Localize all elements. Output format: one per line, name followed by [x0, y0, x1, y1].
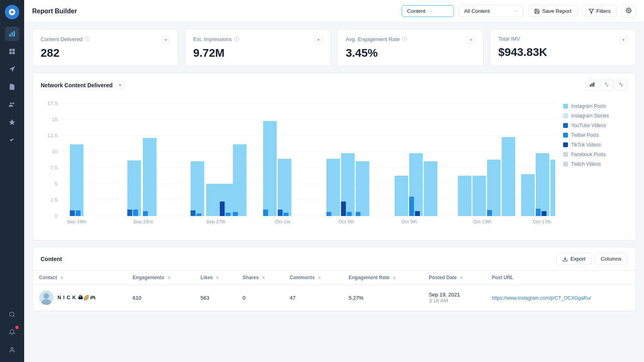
svg-rect-7 [12, 52, 15, 54]
content-type-dropdown[interactable]: Content [402, 5, 454, 17]
sidebar-item-contacts[interactable] [5, 97, 19, 112]
svg-text:2.5: 2.5 [50, 197, 58, 203]
bar [127, 160, 141, 216]
content-delivered-dropdown[interactable]: ▾ [162, 36, 170, 44]
cell-shares: 0 [236, 285, 283, 311]
columns-button[interactable]: Columns [595, 253, 627, 265]
all-content-dropdown[interactable]: All Content [459, 5, 523, 17]
bar [542, 211, 547, 216]
chart-bars: 17.5 15 12.5 10 7.5 5 2.5 0 [41, 95, 557, 234]
bar-chart-button[interactable] [586, 80, 599, 90]
sidebar-item-notifications[interactable] [5, 325, 19, 339]
sidebar-item-favorites[interactable] [5, 115, 19, 130]
col-engagement-rate: Engagement Rate ⇅ [342, 271, 422, 285]
bar [233, 212, 238, 216]
est-impressions-info-icon[interactable]: ⓘ [234, 36, 239, 43]
bar [458, 176, 471, 216]
avg-engagement-dropdown[interactable]: ▾ [467, 36, 475, 44]
legend-color-youtube-videos [563, 123, 568, 128]
svg-rect-16 [593, 82, 594, 87]
sidebar-item-analytics[interactable] [5, 27, 19, 41]
est-impressions-dropdown[interactable]: ▾ [314, 36, 322, 44]
bar [356, 161, 369, 216]
post-link[interactable]: https://www.instagram.com/p/CT_OCXGgaRu/ [492, 295, 591, 301]
bar [191, 161, 204, 216]
bar [326, 159, 340, 216]
legend-facebook-posts: Facebook Posts [563, 152, 627, 157]
svg-text:Sep 19th: Sep 19th [67, 220, 86, 224]
bar [521, 174, 535, 216]
bar [424, 161, 438, 216]
page-title: Report Builder [32, 8, 77, 15]
sort-likes-icon[interactable]: ⇅ [216, 276, 219, 280]
total-imv-dropdown[interactable]: ▾ [619, 36, 627, 44]
svg-rect-6 [9, 52, 12, 54]
svg-text:10: 10 [52, 149, 58, 154]
bar [487, 210, 492, 216]
sidebar [0, 0, 24, 362]
chart-card: Network Content Delivered ▾ [32, 73, 636, 241]
sort-engagements-icon[interactable]: ⇅ [167, 276, 171, 280]
bar [356, 212, 361, 216]
table-header-row: Contact ⇅ Engagements ⇅ Likes ⇅ Shares ⇅… [33, 271, 636, 285]
avatar [39, 290, 54, 305]
bar [278, 210, 283, 216]
legend-color-twitch-videos [563, 162, 568, 167]
chart-title-dropdown[interactable]: ▾ [116, 81, 124, 89]
svg-text:Oct 17th: Oct 17th [533, 220, 551, 224]
bar [284, 213, 289, 216]
bar [143, 138, 157, 216]
bar [502, 137, 515, 216]
bar [143, 211, 148, 216]
svg-text:5: 5 [55, 181, 58, 187]
cell-engagement-rate: 5.27% [342, 285, 422, 311]
metrics-row: Content Delivered ⓘ ▾ 282 Est. Impressio… [32, 29, 636, 66]
legend-color-instagram-stories [563, 113, 568, 118]
sort-contact-icon[interactable]: ⇅ [60, 276, 63, 280]
col-posted-date: Posted Date ⇅ [422, 271, 485, 285]
metric-est-impressions: Est. Impressions ⓘ ▾ 9.72M [185, 29, 331, 66]
table-actions: Export Columns [556, 253, 627, 265]
content-delivered-info-icon[interactable]: ⓘ [85, 36, 90, 43]
bar [191, 210, 196, 216]
filters-button[interactable]: Filters [582, 5, 617, 17]
content-table: Contact ⇅ Engagements ⇅ Likes ⇅ Shares ⇅… [33, 271, 636, 311]
line-chart-button[interactable] [600, 80, 613, 90]
sort-rate-icon[interactable]: ⇅ [392, 276, 396, 280]
svg-point-11 [11, 348, 13, 350]
area-chart-button[interactable] [615, 80, 627, 90]
svg-rect-4 [9, 49, 12, 51]
sidebar-item-campaigns[interactable] [5, 62, 19, 76]
bar [536, 153, 549, 216]
save-report-button[interactable]: Save Report [528, 5, 577, 17]
svg-text:Oct 1st: Oct 1st [275, 220, 290, 224]
bar [550, 160, 555, 216]
sort-comments-icon[interactable]: ⇅ [318, 276, 321, 280]
legend-color-facebook-posts [563, 152, 568, 157]
svg-text:Oct 9th: Oct 9th [401, 220, 417, 224]
bar [233, 144, 247, 216]
table-header: Content Export Columns [33, 247, 636, 271]
sidebar-item-approvals[interactable] [5, 133, 19, 147]
legend-instagram-stories: Instagram Stories [563, 113, 627, 119]
avg-engagement-info-icon[interactable]: ⓘ [402, 36, 407, 43]
content-area: Content Delivered ⓘ ▾ 282 Est. Impressio… [24, 23, 644, 362]
metric-content-delivered: Content Delivered ⓘ ▾ 282 [32, 29, 178, 66]
col-post-url: Post URL [485, 271, 636, 285]
col-shares: Shares ⇅ [236, 271, 283, 285]
legend-twitch-videos: Twitch Videos [563, 161, 627, 167]
table-title: Content [41, 256, 62, 262]
sidebar-item-reports[interactable] [5, 80, 19, 94]
svg-text:Sep 23rd: Sep 23rd [133, 220, 153, 224]
sidebar-item-search[interactable] [5, 307, 19, 322]
sidebar-item-user[interactable] [5, 343, 19, 357]
sort-shares-icon[interactable]: ⇅ [262, 276, 265, 280]
settings-button[interactable] [621, 5, 636, 17]
svg-rect-2 [12, 32, 13, 37]
chart-area: 17.5 15 12.5 10 7.5 5 2.5 0 [41, 95, 627, 234]
legend-color-instagram-posts [563, 104, 568, 109]
export-button[interactable]: Export [556, 253, 592, 265]
sidebar-item-media[interactable] [5, 44, 19, 59]
sort-date-icon[interactable]: ⇅ [460, 276, 463, 280]
content-table-card: Content Export Columns Contact ⇅ Engagem… [32, 247, 636, 311]
